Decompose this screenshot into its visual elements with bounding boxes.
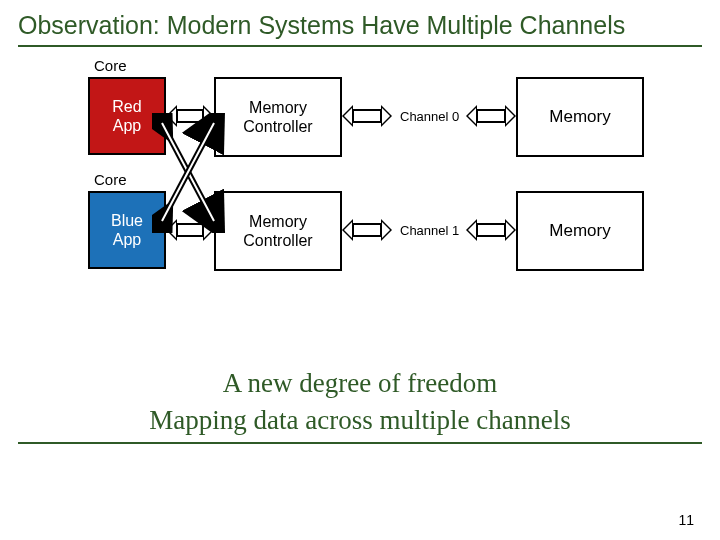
- channel-1-label: Channel 1: [400, 223, 459, 238]
- arrow-mc0-mem0: [342, 105, 392, 127]
- bottom-divider: [18, 442, 702, 444]
- mem0-label: Memory: [549, 107, 610, 127]
- memory-0: Memory: [516, 77, 644, 157]
- channel-0-label: Channel 0: [400, 109, 459, 124]
- mc1-label: Memory Controller: [243, 212, 312, 250]
- mc0-label: Memory Controller: [243, 98, 312, 136]
- blue-app-label: Blue App: [111, 211, 143, 249]
- page-number: 11: [678, 512, 694, 528]
- core-label-1: Core: [94, 171, 127, 188]
- cross-arrows: [152, 113, 232, 233]
- mem1-label: Memory: [549, 221, 610, 241]
- slide-title: Observation: Modern Systems Have Multipl…: [18, 10, 702, 41]
- arrow-ch0-mem0: [466, 105, 516, 127]
- arrow-mc1-mem1: [342, 219, 392, 241]
- mem-controller-1: Memory Controller: [214, 191, 342, 271]
- diagram: Core Red App Memory Controller Channel 0…: [88, 57, 688, 337]
- core-label-0: Core: [94, 57, 127, 74]
- title-divider: [18, 45, 702, 47]
- arrow-ch1-mem1: [466, 219, 516, 241]
- memory-1: Memory: [516, 191, 644, 271]
- caption: A new degree of freedom Mapping data acr…: [18, 365, 702, 438]
- red-app-label: Red App: [112, 97, 141, 135]
- mem-controller-0: Memory Controller: [214, 77, 342, 157]
